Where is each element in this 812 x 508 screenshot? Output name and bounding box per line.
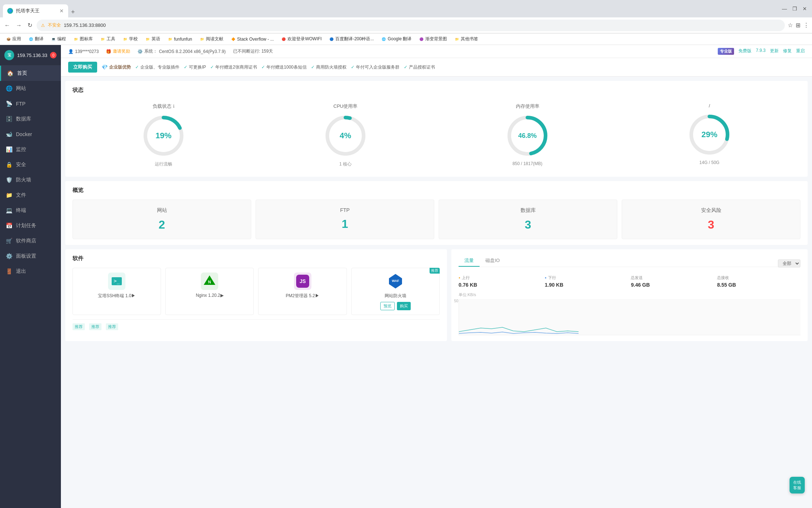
- sidebar-item-monitor[interactable]: 📊 监控: [0, 142, 61, 157]
- bookmark-icons[interactable]: 📁图标库: [70, 35, 96, 43]
- buy-button[interactable]: 立即购买: [68, 62, 97, 73]
- nginx-svg: N: [202, 274, 217, 288]
- sidebar-item-logout[interactable]: 🚪 退出: [0, 264, 61, 279]
- gauge-load: 负载状态 ℹ 19% 运行流畅: [72, 99, 254, 171]
- sidebar-item-terminal[interactable]: 💻 终端: [0, 203, 61, 218]
- forward-button[interactable]: →: [14, 21, 23, 30]
- extension-btn[interactable]: ⊞: [796, 22, 800, 29]
- sidebar-item-website[interactable]: 🌐 网站: [0, 81, 61, 96]
- customer-service-button[interactable]: 在线客服: [790, 477, 805, 493]
- overview-card-security-risk[interactable]: 安全风险 3: [622, 200, 800, 239]
- svg-text:>_: >_: [114, 278, 120, 284]
- recommend-badge-2: 推荐: [89, 323, 102, 330]
- bookmark-reading[interactable]: 📁阅读文献: [196, 35, 226, 43]
- invite-item[interactable]: 🎁 邀请奖励: [106, 48, 130, 54]
- traffic-tab-flow[interactable]: 流量: [459, 255, 480, 267]
- traffic-select[interactable]: 全部: [778, 259, 800, 267]
- waf-buy-btn[interactable]: 购买: [397, 302, 411, 310]
- software-item-nginx: N Nginx 1.20.2▶: [165, 268, 254, 315]
- bookmark-star-btn[interactable]: ☆: [788, 22, 793, 29]
- sidebar-item-cron[interactable]: 📅 计划任务: [0, 218, 61, 233]
- more-btn[interactable]: ⋮: [803, 22, 809, 29]
- docker-icon: 🐋: [6, 131, 12, 138]
- waf-software-icon: WAF: [387, 273, 404, 290]
- bookmark-english[interactable]: 📁英语: [142, 35, 163, 43]
- tab-close-btn[interactable]: ✕: [59, 8, 64, 14]
- bookmark-tools[interactable]: 📁工具: [97, 35, 118, 43]
- pro-badge: 专业版: [718, 48, 734, 55]
- reload-button[interactable]: ↻: [26, 20, 34, 30]
- overview-website-value: 2: [159, 218, 165, 232]
- sidebar-item-security[interactable]: 🔒 安全: [0, 157, 61, 172]
- minimize-button[interactable]: —: [780, 4, 789, 13]
- bookmark-baidu-translate[interactable]: 🔵百度翻译-200种语...: [326, 35, 377, 43]
- gauge-load-sub: 运行流畅: [155, 161, 172, 167]
- bookmark-coding[interactable]: 💻编程: [48, 35, 69, 43]
- gauge-load-label: 负载状态 ℹ: [153, 103, 175, 110]
- overview-card-database[interactable]: 数据库 3: [439, 200, 617, 239]
- runtime-value: 已不间断运行: 159天: [233, 48, 273, 54]
- overview-card-ftp[interactable]: FTP 1: [256, 200, 434, 239]
- overview-card-website[interactable]: 网站 2: [72, 200, 251, 239]
- sidebar-item-settings[interactable]: ⚙️ 面板设置: [0, 249, 61, 264]
- sidebar-label-website: 网站: [16, 85, 26, 92]
- maximize-button[interactable]: ❒: [790, 4, 799, 13]
- overview-database-label: 数据库: [521, 207, 536, 214]
- tab-title: 托塔李天王: [16, 8, 40, 14]
- gauges-row: 负载状态 ℹ 19% 运行流畅 CPU使用率: [72, 99, 800, 171]
- waf-preview-btn[interactable]: 预览: [380, 302, 395, 310]
- repair-btn[interactable]: 修复: [783, 48, 792, 55]
- traffic-stat-down: ● 下行 1.90 KB: [545, 275, 628, 288]
- traffic-stats: ● 上行 0.76 KB ● 下行 1.90 KB 总发送: [459, 275, 800, 288]
- sidebar-item-docker[interactable]: 🐋 Docker: [0, 127, 61, 142]
- restart-btn[interactable]: 重启: [796, 48, 805, 55]
- sidebar: 宝 159.75.136.33 0 🏠 首页 🌐 网站 📡 FTP 🗄️ 数据库: [0, 45, 61, 508]
- sidebar-item-firewall[interactable]: 🛡️ 防火墙: [0, 172, 61, 188]
- browser-tab[interactable]: 🔷 托塔李天王 ✕: [3, 4, 68, 17]
- reading-icon: 📁: [199, 37, 204, 42]
- bookmark-more[interactable]: 📁其他书签: [451, 35, 481, 43]
- free-label: 免费版: [738, 48, 751, 55]
- pm2-name: PM2管理器 5.2▶: [286, 293, 319, 299]
- security-nav-icon: 🔒: [6, 161, 12, 168]
- bookmark-gradient[interactable]: 🟣渐变背景图: [416, 35, 450, 43]
- address-field[interactable]: ⚠ 不安全 159.75.136.33:8800: [37, 20, 785, 31]
- bookmark-school[interactable]: 📁学校: [120, 35, 141, 43]
- sidebar-item-appstore[interactable]: 🛒 软件商店: [0, 233, 61, 249]
- translate-icon: 🌐: [28, 37, 33, 42]
- gauge-cpu-container: 4%: [324, 114, 367, 157]
- info-icon[interactable]: ℹ: [173, 104, 175, 109]
- google-icon: 🌐: [381, 37, 386, 42]
- check-item-4: ✓年付赠送1000条短信: [261, 64, 307, 70]
- close-button[interactable]: ✕: [800, 4, 809, 13]
- back-button[interactable]: ←: [3, 21, 12, 30]
- sidebar-item-files[interactable]: 📁 文件: [0, 188, 61, 203]
- traffic-tab-disk[interactable]: 磁盘IO: [480, 255, 506, 267]
- down-dot: ●: [545, 276, 547, 279]
- sidebar-item-ftp[interactable]: 📡 FTP: [0, 96, 61, 111]
- bottom-panels: 软件 >_ 宝塔SSH终端 1.0▶: [65, 249, 808, 341]
- new-tab-button[interactable]: +: [68, 7, 78, 17]
- sidebar-item-database[interactable]: 🗄️ 数据库: [0, 111, 61, 127]
- check-item-1: ✓企业版、专业版插件: [135, 64, 179, 70]
- sidebar-item-home[interactable]: 🏠 首页: [0, 66, 61, 81]
- bookmark-wowifi[interactable]: 🔴欢迎登录WOWIFI: [278, 35, 324, 43]
- terminal-svg: >_: [110, 275, 123, 288]
- gear-icon: ⚙️: [137, 49, 143, 54]
- gauge-cpu-sub: 1 核心: [339, 161, 352, 167]
- svg-text:JS: JS: [299, 278, 306, 284]
- more-bookmarks-icon: 📁: [454, 37, 459, 42]
- total-send-value: 9.46 GB: [631, 282, 714, 288]
- bookmark-stackoverflow[interactable]: 🔶Stack Overflow - ...: [228, 36, 277, 42]
- tab-bar: 🔷 托塔李天王 ✕ +: [3, 0, 776, 17]
- bookmark-translate[interactable]: 🌐翻译: [25, 35, 46, 43]
- bookmark-google-translate[interactable]: 🌐Google 翻译: [378, 35, 414, 43]
- settings-icon: ⚙️: [6, 253, 12, 259]
- bookmark-funfunfun[interactable]: 📁funfunfun: [165, 36, 195, 42]
- appstore-icon: 🛒: [6, 238, 12, 244]
- enterprise-label: 企业版优势: [109, 64, 131, 70]
- gauge-mem-value: 46.8%: [518, 132, 536, 140]
- bookmark-apps[interactable]: 📦应用: [3, 35, 24, 43]
- update-btn[interactable]: 更新: [770, 48, 779, 55]
- enterprise-tag: 💎 企业版优势: [102, 64, 131, 70]
